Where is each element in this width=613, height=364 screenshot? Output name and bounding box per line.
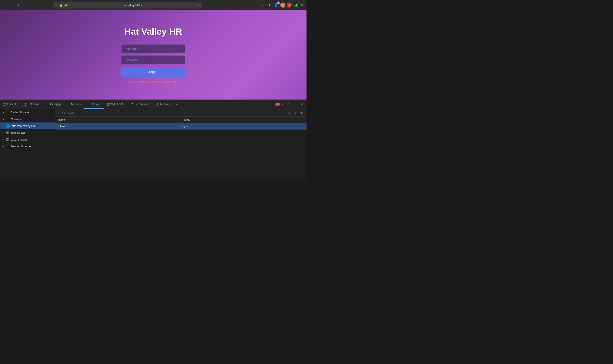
shield-toolbar-icon[interactable]: 🛡 [261,2,266,8]
url-display: hat-valley.htb/hr [69,4,195,7]
refresh-table-button[interactable]: ↻ [293,110,298,115]
error-badge: 17 [275,103,280,106]
overflow-icon: … [294,103,297,106]
download-icon[interactable]: ⬇ [267,2,272,8]
filter-bar: ⌕ + ↻ ⚙ [55,109,306,117]
tab-performance[interactable]: ⏱ Performance [127,100,153,109]
page-area: Hat Valley HR Login Sorry, incorrect use… [0,10,306,100]
debugger-icon: ⏸ [46,103,49,106]
more-tabs-label: » [176,103,178,106]
error-icon: ⚠ [281,103,283,106]
tab-console[interactable]: ❯_ Console [21,100,43,109]
tab-console-label: Console [30,103,40,106]
tab-memory[interactable]: ◎ Memory [153,100,173,109]
avatar-1[interactable]: F [280,2,286,8]
indexed-db-icon: ☰ [6,131,9,135]
sidebar-item-cookies[interactable]: ▼ ☰ Cookies [0,116,55,122]
tab-inspector-label: Inspector [7,103,18,106]
tab-storage-label: Storage [91,103,101,106]
error-message: Sorry, incorrect username or password. [129,80,177,83]
devtools-panel: ⬚ Inspector ❯_ Console ⏸ Debugger ↕ Netw… [0,100,306,182]
tab-storage[interactable]: ☰ Storage [84,100,104,109]
memory-icon: ◎ [156,103,159,106]
devtools-main-panel: ⌕ + ↻ ⚙ Name Value token guest [55,109,306,182]
tab-network-label: Network [71,103,81,106]
local-storage-icon: ☰ [6,138,9,141]
username-input[interactable] [121,44,185,53]
devtools-sidebar: ▶ ☰ Cache Storage ▼ ☰ Cookies 🌐 http://h… [0,109,55,182]
cookies-hat-valley-label: http://hat-valley.htb [12,124,35,128]
cookie-value-cell: guest [181,125,306,128]
table-header: Name Value [55,117,306,123]
sidebar-item-cookies-hat-valley[interactable]: 🌐 http://hat-valley.htb [0,122,55,129]
forward-button[interactable]: → [9,2,15,8]
browser-chrome: ← → ↻ 🛡 🔒 🔑 hat-valley.htb/hr ☆ 🛡 ⬇ 👤 15… [0,0,306,10]
tab-debugger-label: Debugger [50,103,62,106]
menu-icon[interactable]: ≡ [300,2,304,8]
sidebar-item-local-storage[interactable]: ▶ ☰ Local Storage [0,136,55,143]
storage-table: Name Value token guest [55,117,306,182]
cookies-icon: ☰ [6,117,9,121]
sidebar-item-session-storage[interactable]: ▶ ☰ Session Storage [0,143,55,150]
filter-input[interactable] [61,111,285,114]
password-input[interactable] [121,55,185,65]
nav-buttons: ← → ↻ [2,2,22,8]
login-form: Login Sorry, incorrect username or passw… [121,44,185,83]
chevron-down-icon: ▼ [2,118,5,120]
indexed-db-label: Indexed DB [10,131,25,134]
style-editor-icon: {} [107,103,109,106]
network-icon: ↕ [68,103,70,106]
tab-performance-label: Performance [135,103,150,106]
toolbar-right: 🛡 ⬇ 👤 15 F A 🧩 ≡ [261,2,304,8]
sidebar-item-cache-storage[interactable]: ▶ ☰ Cache Storage [0,109,55,116]
add-row-button[interactable]: + [287,110,292,115]
chevron-right-session-icon: ▶ [2,145,4,148]
page-title: Hat Valley HR [124,26,182,37]
globe-icon: 🌐 [6,124,10,128]
sidebar-item-indexed-db[interactable]: ▶ ☰ Indexed DB [0,129,55,136]
shield-icon: 🛡 [55,4,57,7]
account-icon[interactable]: 👤 15 [273,2,279,8]
chevron-right-local-icon: ▶ [2,138,4,141]
error-count-button[interactable]: 17 ⚠ [273,102,285,107]
account-badge: 15 [277,1,280,4]
filter-icon: ⌕ [58,111,60,114]
performance-icon: ⏱ [130,103,133,106]
column-name: Name [55,118,181,121]
session-storage-label: Session Storage [10,145,31,148]
cache-storage-icon: ☰ [6,110,9,114]
cookie-name-cell: token [55,125,181,128]
tab-memory-label: Memory [160,103,170,106]
avatar-2[interactable]: A [287,2,292,8]
star-icon[interactable]: ☆ [197,4,199,7]
address-bar[interactable]: 🛡 🔒 🔑 hat-valley.htb/hr ☆ [53,2,202,9]
login-button[interactable]: Login [121,67,185,77]
tab-style-editor-label: Style Editor [110,103,124,106]
close-devtools-button[interactable]: ✕ [299,102,305,107]
storage-settings-button[interactable]: ⚙ [299,110,304,115]
session-storage-icon: ☰ [6,144,9,148]
tab-style-editor[interactable]: {} Style Editor [104,100,127,109]
dock-button[interactable]: ⧉ [286,102,291,107]
tab-inspector[interactable]: ⬚ Inspector [0,100,21,109]
console-icon: ❯_ [24,103,28,106]
filter-actions: + ↻ ⚙ [287,110,304,115]
tab-network[interactable]: ↕ Network [65,100,84,109]
devtools-toolbar-right: 17 ⚠ ⧉ … ✕ [273,100,306,109]
tab-debugger[interactable]: ⏸ Debugger [43,100,65,109]
chevron-right-indexed-icon: ▶ [2,132,4,134]
devtools-content: ▶ ☰ Cache Storage ▼ ☰ Cookies 🌐 http://h… [0,109,306,182]
close-icon: ✕ [301,103,303,106]
cache-storage-label: Cache Storage [10,111,29,114]
extensions-icon[interactable]: 🧩 [293,2,299,8]
dock-icon: ⧉ [287,103,289,106]
refresh-button[interactable]: ↻ [16,2,22,8]
overflow-button[interactable]: … [292,102,298,107]
table-row[interactable]: token guest [55,123,306,130]
local-storage-label: Local Storage [10,138,27,141]
back-button[interactable]: ← [2,2,9,8]
tab-more[interactable]: » [173,100,181,109]
key-icon: 🔑 [64,4,68,7]
inspector-icon: ⬚ [3,103,6,106]
cookies-label: Cookies [11,117,21,121]
